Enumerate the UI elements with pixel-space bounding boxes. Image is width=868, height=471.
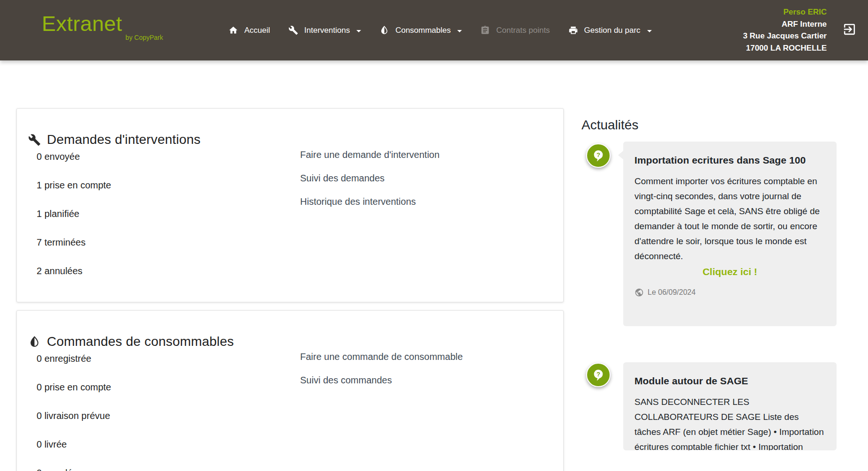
news-card-date: Le 06/09/2024 [648, 288, 695, 297]
nav-item-contrats-points: Contrats points [480, 25, 550, 35]
interventions-stats: 0 envoyée 1 prise en compte 1 planifiée … [37, 151, 111, 294]
link-suivi-demandes[interactable]: Suivi des demandes [300, 172, 439, 184]
news-card-title: Module autour de SAGE [634, 375, 825, 387]
stat-envoyee: 0 envoyée [37, 151, 111, 162]
stat-annulee: 0 annulée [37, 467, 111, 471]
account-info: Perso ERIC ARF Interne 3 Rue Jacques Car… [743, 6, 827, 54]
chevron-down-icon [457, 30, 462, 32]
chevron-down-icon [356, 30, 361, 32]
page: Extranet by CopyPark Accueil Interventio… [0, 0, 868, 471]
news-card-body: Comment importer vos écritures comptable… [634, 174, 825, 264]
link-faire-commande-consommable[interactable]: Faire une commande de consommable [300, 351, 463, 362]
globe-icon [634, 288, 644, 297]
account-address-line1: 3 Rue Jacques Cartier [743, 30, 827, 42]
svg-text:?: ? [596, 371, 600, 378]
printer-icon [568, 25, 578, 35]
nav-item-label: Contrats points [496, 26, 550, 35]
nav-item-accueil[interactable]: Accueil [228, 25, 270, 35]
main-navigation: Accueil Interventions Consommables Contr… [228, 0, 652, 60]
account-company: ARF Interne [743, 18, 827, 30]
wrench-icon [28, 134, 41, 146]
link-historique-interventions[interactable]: Historique des interventions [300, 196, 439, 207]
interventions-panel: Demandes d'interventions 0 envoyée 1 pri… [16, 108, 564, 302]
stat-enregistree: 0 enregistrée [37, 353, 111, 364]
nav-item-gestion-du-parc[interactable]: Gestion du parc [568, 25, 652, 35]
nav-item-label: Consommables [395, 26, 451, 35]
panel-title: Demandes d'interventions [47, 132, 201, 147]
news-card-link[interactable]: Cliquez ici ! [634, 266, 825, 277]
account-address-line2: 17000 LA ROCHELLE [743, 42, 827, 54]
home-icon [228, 25, 238, 35]
question-bubble-icon: ? [586, 363, 611, 387]
brand-byline: by CopyPark [126, 34, 163, 41]
nav-item-label: Accueil [244, 26, 270, 35]
consommables-stats: 0 enregistrée 0 prise en compte 0 livrai… [37, 353, 111, 471]
panel-title: Commandes de consommables [47, 334, 234, 349]
consommables-links: Faire une commande de consommable Suivi … [300, 351, 463, 398]
link-faire-demande-intervention[interactable]: Faire une demande d'intervention [300, 149, 439, 160]
logout-icon [842, 22, 857, 37]
stat-livree: 0 livrée [37, 439, 111, 450]
stat-annulees: 2 annulées [37, 265, 111, 277]
nav-item-label: Interventions [304, 26, 350, 35]
chevron-down-icon [647, 30, 652, 32]
stat-livraison-prevue: 0 livraison prévue [37, 410, 111, 421]
brand-name: Extranet [42, 12, 122, 36]
news-card-importation-sage: Importation ecritures dans Sage 100 Comm… [623, 142, 837, 326]
question-bubble-icon: ? [586, 143, 611, 168]
news-section-title: Actualités [581, 118, 638, 133]
nav-item-interventions[interactable]: Interventions [288, 25, 361, 35]
brand-logo: Extranet by CopyPark [42, 12, 163, 36]
wrench-icon [288, 25, 298, 35]
nav-item-consommables[interactable]: Consommables [379, 25, 462, 35]
news-card-body: SANS DECONNECTER LES COLLABORATEURS DE S… [634, 395, 825, 450]
nav-item-label: Gestion du parc [584, 26, 641, 35]
droplet-icon [379, 25, 389, 35]
stat-prise-en-compte: 0 prise en compte [37, 381, 111, 393]
svg-text:?: ? [596, 151, 600, 158]
stat-prise-en-compte: 1 prise en compte [37, 179, 111, 191]
news-card-module-sage: Module autour de SAGE SANS DECONNECTER L… [623, 362, 837, 450]
consommables-panel: Commandes de consommables 0 enregistrée … [16, 310, 564, 471]
droplet-icon [28, 336, 41, 348]
logout-button[interactable] [842, 22, 857, 37]
interventions-links: Faire une demande d'intervention Suivi d… [300, 149, 439, 219]
stat-terminees: 7 terminées [37, 237, 111, 248]
link-suivi-commandes[interactable]: Suivi des commandes [300, 374, 463, 386]
account-name: Perso ERIC [743, 6, 827, 18]
news-card-title: Importation ecritures dans Sage 100 [634, 155, 825, 166]
clipboard-icon [480, 25, 490, 35]
top-navigation-bar: Extranet by CopyPark Accueil Interventio… [0, 0, 868, 60]
news-card-date-row: Le 06/09/2024 [634, 288, 825, 297]
stat-planifiee: 1 planifiée [37, 208, 111, 219]
